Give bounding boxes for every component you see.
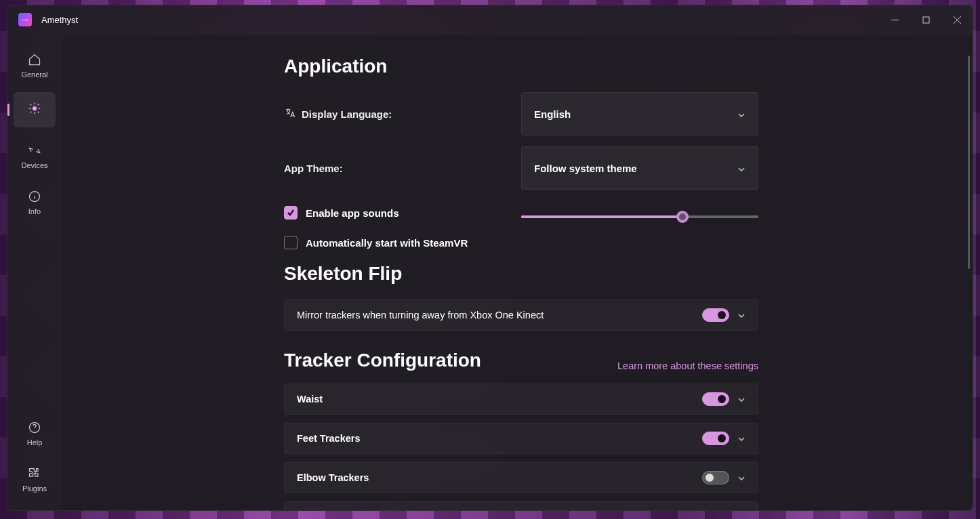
nav-info[interactable]: Info [14,183,56,220]
section-application-title: Application [284,56,758,77]
settings-content: Application Display Language: English [62,35,973,510]
maximize-button[interactable] [910,9,941,30]
nav-plugins[interactable]: Plugins [14,460,56,497]
info-icon [28,188,41,205]
chevron-down-icon [737,474,746,482]
tracker-label: Waist [297,394,323,404]
help-icon [28,419,41,436]
gear-icon [28,100,41,117]
nav-label: Plugins [22,484,47,493]
nav-label: Devices [21,161,47,169]
chevron-down-icon [737,434,746,442]
learn-more-link[interactable]: Learn more about these settings [617,360,758,371]
chevron-down-icon [737,311,746,319]
language-label: Display Language: [302,108,392,120]
enable-sounds-label: Enable app sounds [306,207,399,219]
section-tracker-config-title: Tracker Configuration [284,350,481,371]
nav-general[interactable]: General [14,46,56,83]
autostart-checkbox[interactable] [284,236,298,249]
tracker-waist-card[interactable]: Waist [284,383,758,415]
volume-slider[interactable] [521,210,758,224]
chevron-down-icon [737,395,746,403]
section-skeleton-title: Skeleton Flip [284,263,758,285]
language-select[interactable]: English [521,92,758,136]
titlebar[interactable]: ⋯ Amethyst [7,5,973,34]
tracker-label: Feet Trackers [297,433,361,444]
home-icon [28,51,41,68]
svg-point-1 [33,107,37,110]
scrollbar[interactable] [968,56,970,269]
nav-label: General [21,70,47,79]
close-button[interactable] [941,9,973,30]
app-window: ⋯ Amethyst General [7,5,973,511]
nav-help[interactable]: Help [14,414,56,451]
sidebar: General Devices Info [7,34,62,510]
theme-select[interactable]: Follow system theme [521,146,758,190]
language-icon [284,107,296,121]
tracker-elbow-toggle[interactable] [702,471,729,484]
tracker-feet-toggle[interactable] [702,432,729,445]
language-value: English [534,108,571,120]
theme-label: App Theme: [284,163,343,174]
devices-icon [28,142,41,159]
chevron-down-icon [737,110,746,118]
nav-settings[interactable] [14,92,56,127]
theme-value: Follow system theme [534,163,637,174]
tracker-knee-card[interactable]: Knee Trackers [284,501,758,510]
plugins-icon [28,465,41,482]
tracker-feet-card[interactable]: Feet Trackers [284,423,758,454]
nav-label: Info [28,207,41,215]
mirror-trackers-toggle[interactable] [702,308,729,322]
tracker-label: Elbow Trackers [297,472,369,483]
app-icon: ⋯ [18,13,32,26]
app-title: Amethyst [41,15,78,25]
nav-devices[interactable]: Devices [14,137,56,173]
mirror-trackers-card[interactable]: Mirror trackers when turning away from X… [284,299,758,331]
slider-thumb[interactable] [676,211,689,223]
svg-rect-0 [923,17,929,23]
minimize-button[interactable] [879,9,910,30]
tracker-waist-toggle[interactable] [702,392,729,406]
chevron-down-icon [737,164,746,172]
tracker-elbow-card[interactable]: Elbow Trackers [284,462,758,493]
mirror-trackers-label: Mirror trackers when turning away from X… [297,310,544,320]
enable-sounds-checkbox[interactable] [284,206,298,220]
autostart-label: Automatically start with SteamVR [306,237,468,249]
nav-label: Help [27,438,43,447]
